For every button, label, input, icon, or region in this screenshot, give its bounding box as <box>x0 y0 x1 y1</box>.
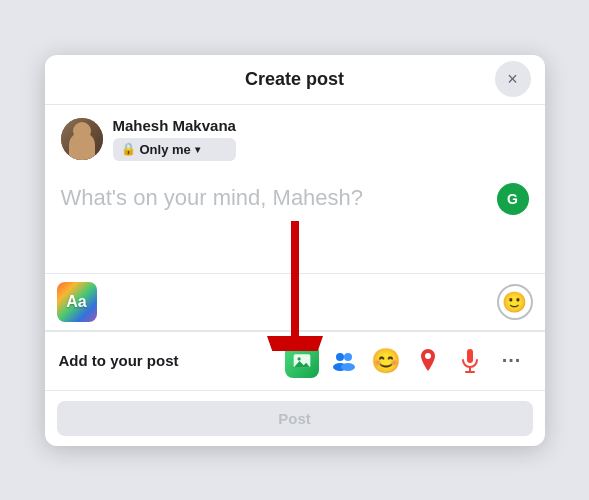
svg-point-5 <box>336 353 344 361</box>
avatar-figure <box>69 132 95 160</box>
tag-people-button[interactable] <box>325 342 363 380</box>
background-text-button[interactable]: Aa <box>57 282 97 322</box>
modal-title: Create post <box>245 69 344 90</box>
post-actions: 😊 <box>283 342 531 380</box>
user-name: Mahesh Makvana <box>113 117 236 134</box>
add-to-post-label: Add to your post <box>59 352 283 369</box>
photo-video-button[interactable] <box>283 342 321 380</box>
avatar <box>61 118 103 160</box>
photo-icon <box>285 344 319 378</box>
svg-point-6 <box>344 353 352 361</box>
more-options-button[interactable]: ··· <box>493 342 531 380</box>
post-button[interactable]: Post <box>57 401 533 436</box>
feeling-button[interactable]: 😊 <box>367 342 405 380</box>
user-info: Mahesh Makvana 🔒 Only me ▾ <box>113 117 236 161</box>
post-button-section: Post <box>45 391 545 446</box>
lock-icon: 🔒 <box>121 142 136 156</box>
location-button[interactable] <box>409 342 447 380</box>
svg-point-3 <box>297 357 300 360</box>
svg-point-9 <box>425 353 431 359</box>
add-to-post-container: Add to your post <box>45 331 545 391</box>
create-post-modal: Create post × Mahesh Makvana 🔒 Only me ▾… <box>45 55 545 446</box>
add-to-post-section: Add to your post <box>45 331 545 391</box>
toolbar-section: Aa 🙂 <box>45 273 545 331</box>
modal-header: Create post × <box>45 55 545 105</box>
close-button[interactable]: × <box>495 61 531 97</box>
post-placeholder[interactable]: What's on your mind, Mahesh? <box>61 181 497 211</box>
post-input-area[interactable]: What's on your mind, Mahesh? G <box>45 173 545 273</box>
svg-point-8 <box>341 363 355 371</box>
user-section: Mahesh Makvana 🔒 Only me ▾ <box>45 105 545 173</box>
feeling-icon: 😊 <box>371 347 401 375</box>
avatar-image <box>61 118 103 160</box>
live-button[interactable] <box>451 342 489 380</box>
chevron-down-icon: ▾ <box>195 144 200 155</box>
privacy-label: Only me <box>140 142 191 157</box>
svg-rect-10 <box>467 349 473 363</box>
privacy-button[interactable]: 🔒 Only me ▾ <box>113 138 236 161</box>
grammarly-button[interactable]: G <box>497 183 529 215</box>
emoji-face-button[interactable]: 🙂 <box>497 284 533 320</box>
